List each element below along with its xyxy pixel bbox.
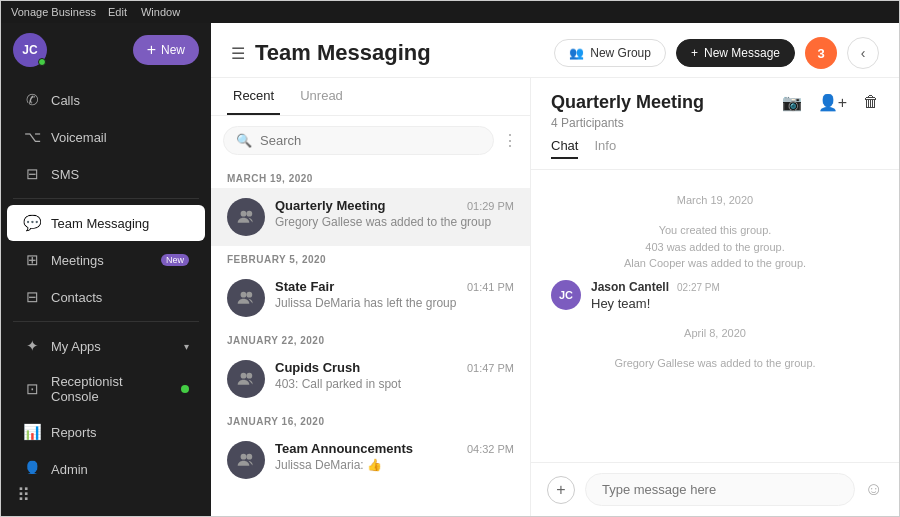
svg-point-4: [241, 373, 247, 379]
date-label-jan22: JANUARY 22, 2020: [211, 327, 530, 350]
main-header: ☰ Team Messaging 👥 New Group + New Messa…: [211, 23, 899, 78]
sidebar-item-contacts[interactable]: ⊟ Contacts: [7, 279, 205, 315]
chevron-left-icon: ‹: [861, 45, 866, 61]
video-icon[interactable]: 📷: [782, 93, 802, 112]
my-apps-icon: ✦: [23, 337, 41, 355]
sidebar-item-my-apps[interactable]: ✦ My Apps ▾: [7, 328, 205, 364]
msg-row-jason: JC Jason Cantell 02:27 PM Hey team!: [551, 280, 879, 311]
msg-content-jason: Jason Cantell 02:27 PM Hey team!: [591, 280, 879, 311]
app-name: Vonage Business: [11, 6, 96, 18]
svg-point-6: [241, 454, 247, 460]
reports-icon: 📊: [23, 423, 41, 441]
plus-message-icon: +: [691, 46, 698, 60]
conv-info-quarterly: Quarterly Meeting 01:29 PM Gregory Galle…: [275, 198, 514, 229]
sms-icon: ⊟: [23, 165, 41, 183]
chat-add-button[interactable]: +: [547, 476, 575, 504]
sidebar-header: JC + New: [1, 23, 211, 77]
system-msg-line-4: Gregory Gallese was added to the group.: [551, 355, 879, 372]
voicemail-icon: ⌥: [23, 128, 41, 146]
date-label-jan16: JANUARY 16, 2020: [211, 408, 530, 431]
menu-edit[interactable]: Edit: [108, 6, 127, 18]
msg-avatar-jason: JC: [551, 280, 581, 310]
system-msg-line-1: You created this group.: [551, 222, 879, 239]
collapse-button[interactable]: ‹: [847, 37, 879, 69]
avatar[interactable]: JC: [13, 33, 47, 67]
main-content: ☰ Team Messaging 👥 New Group + New Messa…: [211, 23, 899, 516]
conv-item-state-fair[interactable]: State Fair 01:41 PM Julissa DeMaria has …: [211, 269, 530, 327]
chevron-down-icon: ▾: [184, 341, 189, 352]
menu-bar: Edit Window: [108, 6, 180, 18]
conv-avatar-quarterly: [227, 198, 265, 236]
sidebar-item-voicemail[interactable]: ⌥ Voicemail: [7, 119, 205, 155]
chat-subtitle: 4 Participants: [551, 116, 879, 130]
contacts-icon: ⊟: [23, 288, 41, 306]
menu-window[interactable]: Window: [141, 6, 180, 18]
admin-icon: 👤: [23, 460, 41, 474]
conv-info-cupids-crush: Cupids Crush 01:47 PM 403: Call parked i…: [275, 360, 514, 391]
svg-point-0: [241, 211, 247, 217]
tab-recent[interactable]: Recent: [227, 78, 280, 115]
grid-icon[interactable]: ⠿: [17, 485, 30, 505]
conv-avatar-state-fair: [227, 279, 265, 317]
sidebar-footer: ⠿: [1, 474, 211, 516]
conv-item-quarterly[interactable]: Quarterly Meeting 01:29 PM Gregory Galle…: [211, 188, 530, 246]
new-button[interactable]: + New: [133, 35, 199, 65]
system-msg-line-3: Alan Cooper was added to the group.: [551, 255, 879, 272]
svg-point-1: [246, 211, 252, 217]
chat-header-actions: 📷 👤+ 🗑: [782, 93, 879, 112]
nav-divider-2: [13, 321, 199, 322]
title-bar: Vonage Business Edit Window: [1, 1, 899, 23]
delete-icon[interactable]: 🗑: [863, 93, 879, 112]
add-member-icon[interactable]: 👤+: [818, 93, 847, 112]
conv-avatar-cupids-crush: [227, 360, 265, 398]
notification-button[interactable]: 3: [805, 37, 837, 69]
conv-info-team-announcements: Team Announcements 04:32 PM Julissa DeMa…: [275, 441, 514, 472]
sidebar-item-meetings[interactable]: ⊞ Meetings New: [7, 242, 205, 278]
chat-header: Quarterly Meeting 📷 👤+ 🗑 4 Participants …: [531, 78, 899, 170]
team-messaging-icon: 💬: [23, 214, 41, 232]
sidebar-item-reports[interactable]: 📊 Reports: [7, 414, 205, 450]
main-body: Recent Unread 🔍 ⋮ MARCH 19, 2020: [211, 78, 899, 516]
conv-item-cupids-crush[interactable]: Cupids Crush 01:47 PM 403: Call parked i…: [211, 350, 530, 408]
hamburger-icon[interactable]: ☰: [231, 44, 245, 63]
nav-divider-1: [13, 198, 199, 199]
conv-item-team-announcements[interactable]: Team Announcements 04:32 PM Julissa DeMa…: [211, 431, 530, 489]
msg-date-march: March 19, 2020: [551, 194, 879, 206]
main-title-area: ☰ Team Messaging: [231, 40, 431, 66]
new-group-icon: 👥: [569, 46, 584, 60]
new-message-button[interactable]: + New Message: [676, 39, 795, 67]
sidebar-nav: ✆ Calls ⌥ Voicemail ⊟ SMS 💬 Team Messagi…: [1, 77, 211, 474]
avatar-status-dot: [38, 58, 46, 66]
sidebar-item-team-messaging[interactable]: 💬 Team Messaging: [7, 205, 205, 241]
conv-avatar-team-announcements: [227, 441, 265, 479]
receptionist-console-icon: ⊡: [23, 380, 41, 398]
chat-message-input[interactable]: [585, 473, 855, 506]
tab-chat[interactable]: Chat: [551, 138, 578, 159]
calls-icon: ✆: [23, 91, 41, 109]
sidebar-item-admin[interactable]: 👤 Admin: [7, 451, 205, 474]
conv-search-row: 🔍 ⋮: [211, 116, 530, 165]
svg-point-3: [246, 292, 252, 298]
meetings-badge: New: [161, 254, 189, 266]
conv-tabs: Recent Unread: [211, 78, 530, 116]
plus-icon: +: [147, 41, 156, 59]
msg-system-created: You created this group. 403 was added to…: [551, 222, 879, 272]
date-label-march: MARCH 19, 2020: [211, 165, 530, 188]
tab-unread[interactable]: Unread: [294, 78, 349, 115]
system-msg-line-2: 403 was added to the group.: [551, 239, 879, 256]
msg-date-april: April 8, 2020: [551, 327, 879, 339]
sidebar-item-calls[interactable]: ✆ Calls: [7, 82, 205, 118]
msg-system-added: Gregory Gallese was added to the group.: [551, 355, 879, 372]
tab-info[interactable]: Info: [594, 138, 616, 159]
options-icon[interactable]: ⋮: [502, 131, 518, 150]
svg-point-7: [246, 454, 252, 460]
search-input[interactable]: [260, 133, 481, 148]
sidebar-item-receptionist-console[interactable]: ⊡ Receptionist Console: [7, 365, 205, 413]
svg-point-2: [241, 292, 247, 298]
emoji-icon[interactable]: ☺: [865, 479, 883, 500]
sidebar: JC + New ✆ Calls ⌥ Voicemail ⊟ SMS: [1, 23, 211, 516]
new-group-button[interactable]: 👥 New Group: [554, 39, 666, 67]
page-title: Team Messaging: [255, 40, 431, 66]
search-icon: 🔍: [236, 133, 252, 148]
sidebar-item-sms[interactable]: ⊟ SMS: [7, 156, 205, 192]
